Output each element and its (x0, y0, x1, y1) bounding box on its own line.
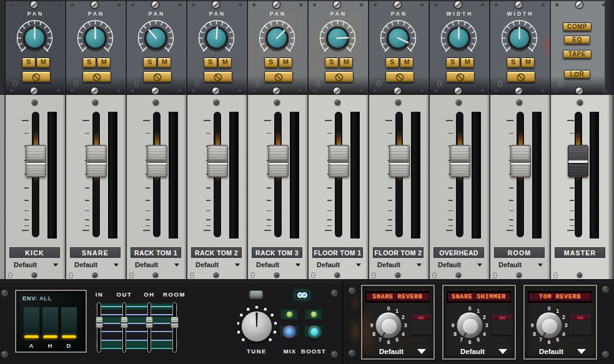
svg-text:8: 8 (453, 331, 457, 337)
svg-text:4: 4 (402, 331, 405, 337)
svg-text:7: 7 (539, 337, 542, 343)
svg-text:5: 5 (556, 337, 559, 343)
svg-text:8: 8 (372, 331, 375, 337)
svg-text:6: 6 (387, 339, 390, 345)
svg-text:4: 4 (562, 331, 565, 337)
svg-text:2: 2 (483, 314, 486, 320)
svg-text:1: 1 (556, 308, 559, 314)
svg-text:3: 3 (404, 322, 407, 328)
svg-text:8: 8 (533, 331, 536, 337)
svg-text:5: 5 (477, 337, 480, 343)
svg-text:7: 7 (379, 337, 382, 343)
svg-text:1: 1 (395, 308, 399, 314)
svg-text:3: 3 (485, 322, 488, 328)
svg-text:9: 9 (370, 322, 374, 328)
svg-text:0: 0 (548, 305, 551, 312)
svg-text:0: 0 (468, 305, 472, 312)
svg-text:4: 4 (483, 331, 486, 337)
svg-text:1: 1 (477, 308, 480, 314)
svg-text:7: 7 (460, 337, 463, 343)
svg-text:5: 5 (395, 337, 399, 343)
svg-text:2: 2 (402, 314, 405, 320)
svg-text:2: 2 (562, 314, 565, 320)
svg-text:9: 9 (452, 322, 455, 328)
svg-text:0: 0 (387, 305, 390, 312)
svg-text:9: 9 (531, 322, 534, 328)
svg-text:6: 6 (468, 339, 472, 345)
svg-text:3: 3 (565, 322, 568, 328)
svg-text:6: 6 (548, 339, 551, 345)
